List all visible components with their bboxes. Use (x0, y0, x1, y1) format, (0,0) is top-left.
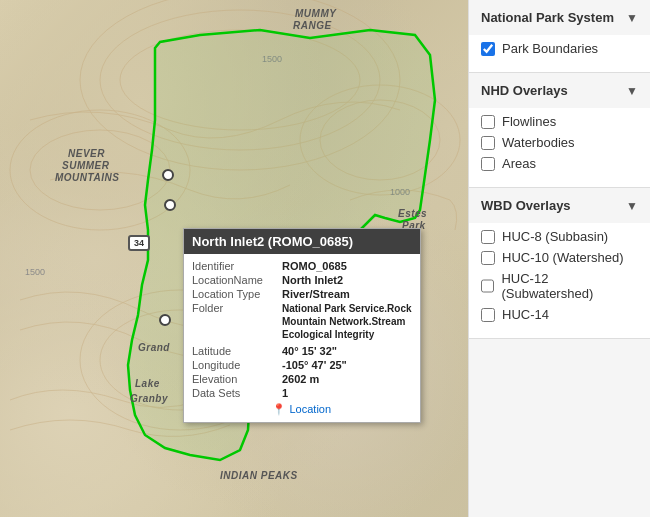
label-huc14[interactable]: HUC-14 (502, 307, 549, 322)
sidebar-content-nhd: Flowlines Waterbodies Areas (469, 108, 650, 187)
location-marker[interactable] (159, 314, 171, 326)
checkbox-areas[interactable] (481, 157, 495, 171)
label-huc12[interactable]: HUC-12 (Subwatershed) (501, 271, 638, 301)
sidebar-section-national-park: National Park System ▼ Park Boundaries (469, 0, 650, 73)
popup-key-elev: Elevation (192, 373, 282, 385)
popup-content: Identifier ROMO_0685 LocationName North … (184, 254, 420, 422)
sidebar: National Park System ▼ Park Boundaries N… (468, 0, 650, 517)
popup-key-locationname: LocationName (192, 274, 282, 286)
checkbox-row-huc8: HUC-8 (Subbasin) (481, 229, 638, 244)
label-huc8[interactable]: HUC-8 (Subbasin) (502, 229, 608, 244)
checkbox-waterbodies[interactable] (481, 136, 495, 150)
chevron-down-icon: ▼ (626, 199, 638, 213)
svg-text:1500: 1500 (25, 267, 45, 277)
checkbox-huc12[interactable] (481, 279, 494, 293)
popup-val-elev: 2602 m (282, 373, 319, 385)
popup-key-lon: Longitude (192, 359, 282, 371)
checkbox-row-huc12: HUC-12 (Subwatershed) (481, 271, 638, 301)
popup-key-lat: Latitude (192, 345, 282, 357)
checkbox-huc8[interactable] (481, 230, 495, 244)
checkbox-park-boundaries[interactable] (481, 42, 495, 56)
label-huc10[interactable]: HUC-10 (Watershed) (502, 250, 624, 265)
highway-marker: 34 (128, 235, 150, 251)
label-waterbodies[interactable]: Waterbodies (502, 135, 575, 150)
checkbox-row-huc10: HUC-10 (Watershed) (481, 250, 638, 265)
popup-val-lon: -105° 47' 25" (282, 359, 347, 371)
checkbox-row-areas: Areas (481, 156, 638, 171)
sidebar-title-nhd: NHD Overlays (481, 83, 568, 98)
popup-location-link[interactable]: 📍 Location (192, 403, 412, 416)
sidebar-section-header-nhd[interactable]: NHD Overlays ▼ (469, 73, 650, 108)
popup-val-identifier: ROMO_0685 (282, 260, 347, 272)
sidebar-title-national-park: National Park System (481, 10, 614, 25)
popup-val-datasets: 1 (282, 387, 288, 399)
sidebar-content-wbd: HUC-8 (Subbasin) HUC-10 (Watershed) HUC-… (469, 223, 650, 338)
sidebar-section-header-wbd[interactable]: WBD Overlays ▼ (469, 188, 650, 223)
chevron-down-icon: ▼ (626, 11, 638, 25)
checkbox-row-flowlines: Flowlines (481, 114, 638, 129)
map-container[interactable]: 1500 1000 1500 MUMMYRANGENEVERSUMMERMOUN… (0, 0, 468, 517)
sidebar-section-wbd: WBD Overlays ▼ HUC-8 (Subbasin) HUC-10 (… (469, 188, 650, 339)
popup-key-loctype: Location Type (192, 288, 282, 300)
chevron-down-icon: ▼ (626, 84, 638, 98)
checkbox-flowlines[interactable] (481, 115, 495, 129)
location-marker[interactable] (164, 199, 176, 211)
checkbox-row-park-boundaries: Park Boundaries (481, 41, 638, 56)
popup-key-folder: Folder (192, 302, 282, 341)
checkbox-row-waterbodies: Waterbodies (481, 135, 638, 150)
label-areas[interactable]: Areas (502, 156, 536, 171)
popup-val-folder: National Park Service.RockMountain Netwo… (282, 302, 412, 341)
label-park-boundaries[interactable]: Park Boundaries (502, 41, 598, 56)
popup-key-identifier: Identifier (192, 260, 282, 272)
location-popup: North Inlet2 (ROMO_0685) Identifier ROMO… (183, 228, 421, 423)
popup-key-datasets: Data Sets (192, 387, 282, 399)
popup-val-loctype: River/Stream (282, 288, 350, 300)
popup-val-locationname: North Inlet2 (282, 274, 343, 286)
sidebar-section-nhd: NHD Overlays ▼ Flowlines Waterbodies Are… (469, 73, 650, 188)
checkbox-row-huc14: HUC-14 (481, 307, 638, 322)
checkbox-huc14[interactable] (481, 308, 495, 322)
sidebar-title-wbd: WBD Overlays (481, 198, 571, 213)
label-flowlines[interactable]: Flowlines (502, 114, 556, 129)
sidebar-section-header-national-park[interactable]: National Park System ▼ (469, 0, 650, 35)
location-marker[interactable] (162, 169, 174, 181)
popup-title: North Inlet2 (ROMO_0685) (184, 229, 420, 254)
checkbox-huc10[interactable] (481, 251, 495, 265)
sidebar-content-national-park: Park Boundaries (469, 35, 650, 72)
popup-val-lat: 40° 15' 32" (282, 345, 337, 357)
